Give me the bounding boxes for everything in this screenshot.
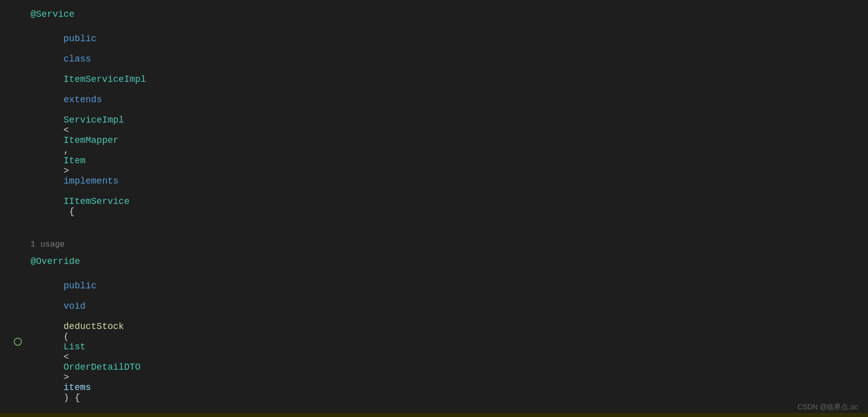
annotation-override: @Override [31, 256, 80, 266]
code-line-override: @Override [0, 252, 868, 271]
sql-statement-text: String sqlStatement = "com.hmall.item.ma… [31, 413, 347, 417]
method-decl-text: public void deductStock ( List < OrderDe… [31, 271, 141, 413]
watermark: CSDN @临界点.oc [798, 403, 858, 412]
code-line-method-decl: public void deductStock ( List < OrderDe… [0, 271, 868, 413]
code-line-annotation-service: @Service [0, 5, 868, 23]
class-decl-text: public class ItemServiceImpl extends Ser… [31, 23, 146, 227]
usage-hint: 1 usage [0, 237, 868, 252]
debug-icon [14, 338, 22, 346]
code-line-empty-1 [0, 227, 868, 237]
code-editor: @Service public class ItemServiceImpl ex… [0, 0, 868, 417]
code-line-sql-statement: String sqlStatement = "com.hmall.item.ma… [0, 413, 868, 417]
gutter-method [10, 338, 25, 346]
code-line-class-decl: public class ItemServiceImpl extends Ser… [0, 23, 868, 227]
annotation-service: @Service [31, 9, 74, 19]
